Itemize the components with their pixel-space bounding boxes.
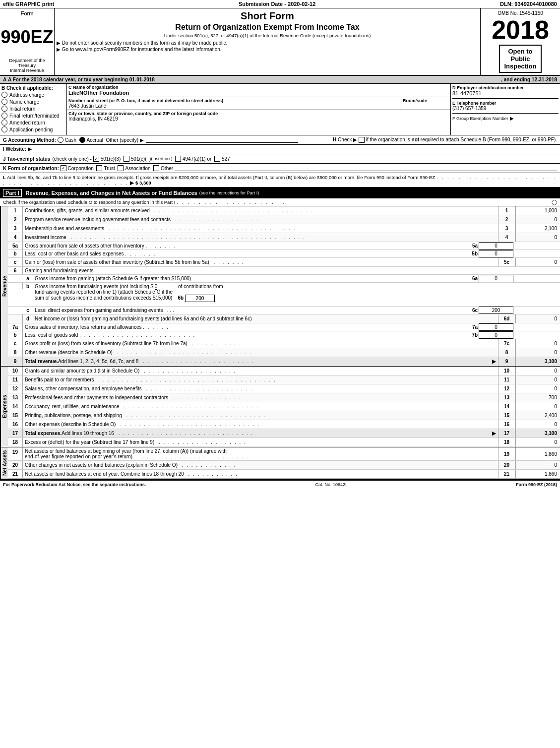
efile-label: efile GRAPHIC print — [3, 1, 54, 7]
section-l-text: L Add lines 5b, 6c, and 7b to line 9 to … — [3, 175, 557, 186]
final-return-label: Final return/terminated — [9, 113, 60, 119]
org-name: LikeNOther Foundation — [68, 90, 449, 96]
form-org-label: K Form of organization: — [3, 166, 59, 171]
association-label: Association — [125, 166, 150, 171]
other-org-checkbox — [153, 165, 159, 171]
amended-return-label: Amended return — [9, 120, 45, 125]
expenses-vert-label: Expenses — [0, 367, 8, 447]
ein-value: 81-4470751 — [452, 90, 559, 96]
row-15: 15 Printing, publications, postage, and … — [8, 411, 560, 420]
other-org-label: Other — [161, 166, 173, 171]
group-exemption-label2: Number — [493, 116, 508, 121]
section-c-label: C Name of organization — [68, 85, 449, 90]
website-label: I Website: ▶ — [3, 146, 32, 152]
open-to-public-line3: Inspection — [504, 62, 536, 70]
address-change-label: Address charge — [9, 92, 44, 98]
trust-label: Trust — [104, 166, 115, 171]
submission-date: Submission Date - 2020-02-12 — [239, 1, 315, 7]
year-badge: 2018 — [492, 17, 549, 43]
row-7c: c Gross profit or (loss) from sales of i… — [8, 339, 560, 348]
net-assets-vert-label: Net Assets — [0, 447, 8, 479]
501c3-checkbox — [93, 156, 99, 162]
check-address-change: Address charge — [1, 92, 65, 98]
tax-status-label: J Tax-exempt status — [3, 156, 50, 162]
4947-label: 4947(a)(1) or — [183, 156, 211, 162]
short-form-title: Short Form — [57, 10, 478, 22]
row-6d: d Net income or (loss) from gaming and f… — [8, 314, 560, 323]
check-amended-return: Amended return — [1, 120, 65, 125]
check-final-return: Final return/terminated — [1, 113, 65, 119]
row-1: 1 Contributions, gifts, grants, and simi… — [8, 206, 560, 215]
check-application-pending: Application pending — [1, 126, 65, 132]
other-label: Other (specify) ▶ — [106, 137, 143, 143]
note2: ▶ Go to www.irs.gov/Form990EZ for instru… — [57, 47, 478, 52]
return-title: Return of Organization Exempt From Incom… — [57, 23, 478, 32]
part1-see-instructions: (see the instructions for Part I) — [199, 190, 259, 195]
revenue-vert-label: Revenue — [0, 206, 8, 366]
phone-value: (317) 657-1359 — [452, 106, 559, 111]
phone-label: E Telephone number — [452, 101, 559, 106]
check-name-change: Name charge — [1, 99, 65, 105]
row-17: 17 Total expenses. Add lines 10 through … — [8, 429, 560, 438]
501c3-label: 501(c)(3) — [101, 156, 121, 162]
row-2: 2 Program service revenue including gove… — [8, 215, 560, 224]
insert-no-label: (insert no.) — [151, 156, 172, 161]
row-9: 9 Total revenue. Add lines 1, 2, 3, 4, 5… — [8, 357, 560, 366]
row-10: 10 Grants and similar amounts paid (list… — [8, 367, 560, 375]
dept: Department of the Treasury — [9, 58, 45, 68]
row-21: 21 Net assets or fund balances at end of… — [8, 470, 560, 479]
section-a-ending: , and ending 12-31-2018 — [501, 77, 557, 82]
initial-return-label: Initial return — [9, 106, 35, 112]
527-checkbox — [214, 156, 220, 162]
row-16: 16 Other expenses (describe in Schedule … — [8, 420, 560, 429]
corporation-label: Corporation — [68, 166, 94, 171]
city-label: City or town, state or province, country… — [68, 111, 449, 116]
schedule-o-check-text: Check if the organization used Schedule … — [3, 199, 286, 205]
501c-label: 501(c)( — [131, 156, 147, 162]
row-5c: c Gain or (loss) from sale of assets oth… — [8, 258, 560, 267]
subtitle: Under section 501(c), 527, or 4947(a)(1)… — [57, 33, 478, 38]
address-value: 7643 Justin Lane — [68, 103, 399, 109]
501c-checkbox — [124, 156, 129, 162]
trust-checkbox — [96, 165, 102, 171]
group-exemption-label: F Group Exemption — [452, 116, 491, 121]
open-to-public-line2: Public — [504, 55, 536, 62]
row-4: 4 Investment income . . . . . . . . . . … — [8, 233, 560, 242]
internal-revenue: Internal Revenue — [10, 68, 44, 73]
check-initial-return: Initial return — [1, 106, 65, 112]
row-12: 12 Salaries, other compensation, and emp… — [8, 384, 560, 393]
footer-right: Form 990-EZ (2018) — [516, 482, 557, 487]
row-3: 3 Membership dues and assessments . . . … — [8, 224, 560, 233]
section-a-text: A For the 2018 calendar year, or tax yea… — [8, 77, 501, 82]
footer-left: For Paperwork Reduction Act Notice, see … — [3, 482, 146, 487]
application-pending-label: Application pending — [9, 127, 53, 132]
section-a-label: A — [3, 77, 6, 82]
accrual-label: Accrual — [87, 137, 103, 143]
row-14: 14 Occupancy, rent, utilities, and maint… — [8, 402, 560, 411]
row-11: 11 Benefits paid to or for members . . .… — [8, 375, 560, 384]
form-label: Form — [21, 10, 34, 16]
section-h: H Check ▶ if the organization is not req… — [333, 137, 557, 143]
527-label: 527 — [222, 156, 230, 162]
cash-label: Cash — [65, 137, 76, 143]
association-checkbox — [118, 165, 124, 171]
city-value: Indianapolis, IN 46219 — [68, 116, 449, 122]
group-exemption-arrow: ▶ — [510, 116, 514, 121]
open-to-public-line1: Open to — [504, 48, 536, 55]
section-b-label: B Check if applicable: — [1, 85, 65, 91]
4947-checkbox — [175, 156, 181, 162]
corporation-checkbox — [61, 165, 66, 171]
room-suite-label: Room/suite — [403, 98, 449, 103]
note1: ▶ Do not enter social security numbers o… — [57, 40, 478, 46]
ein-label: D Employer identification number — [452, 85, 559, 90]
address-label: Number and street (or P. O. box, if mail… — [68, 98, 399, 103]
accounting-label: G Accounting Method: — [3, 137, 58, 143]
row-13: 13 Professional fees and other payments … — [8, 393, 560, 402]
dln: DLN: 93492044010080 — [500, 1, 557, 7]
row-20: 20 Other changes in net assets or fund b… — [8, 461, 560, 470]
name-change-label: Name charge — [9, 99, 39, 105]
row-8: 8 Other revenue (describe in Schedule O)… — [8, 348, 560, 357]
check-only-label: (check only one) - — [52, 156, 91, 162]
form-number: 990EZ — [0, 28, 53, 46]
part1-label: Part I — [3, 189, 22, 197]
